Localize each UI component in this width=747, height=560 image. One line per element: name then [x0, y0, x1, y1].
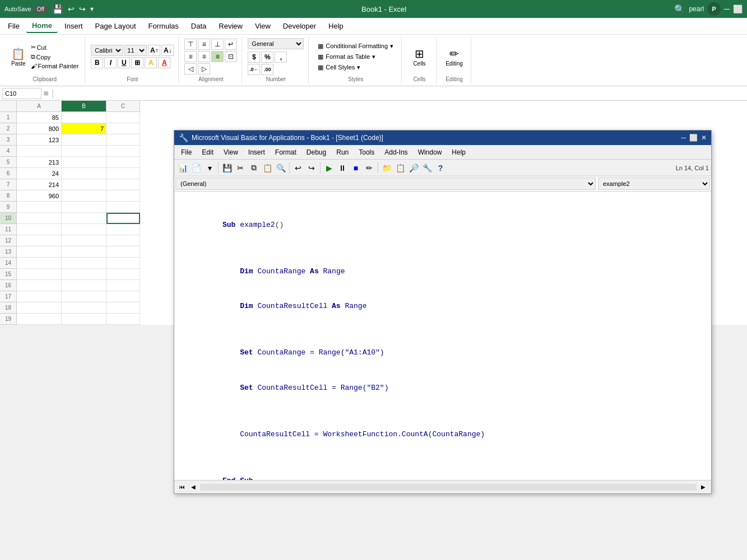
row-header-8[interactable]: 8 [0, 190, 17, 202]
font-size-select[interactable]: 11 [124, 45, 147, 56]
redo-icon[interactable]: ↪ [79, 4, 86, 13]
row-header-9[interactable]: 9 [0, 202, 17, 213]
vba-stop-button[interactable]: ■ [350, 162, 362, 174]
vba-menu-tools[interactable]: Tools [354, 147, 379, 157]
menu-page-layout[interactable]: Page Layout [90, 20, 142, 32]
cell-c17[interactable] [106, 291, 140, 302]
col-header-c[interactable]: C [106, 101, 140, 112]
vba-menu-run[interactable]: Run [332, 147, 353, 157]
cell-a2[interactable]: 800 [17, 123, 62, 134]
vba-menu-file[interactable]: File [177, 147, 196, 157]
vba-menu-addins[interactable]: Add-Ins [380, 147, 412, 157]
row-header-10[interactable]: 10 [0, 213, 17, 224]
row-header-15[interactable]: 15 [0, 269, 17, 280]
vba-design-mode-button[interactable]: ✏ [363, 162, 375, 174]
autosave-control[interactable]: AutoSave Off [4, 6, 48, 13]
menu-insert[interactable]: Insert [59, 20, 89, 32]
cell-c8[interactable] [106, 190, 140, 202]
vba-view-excel-button[interactable]: 📊 [177, 162, 189, 174]
vba-save-button[interactable]: 💾 [221, 162, 233, 174]
cell-a7[interactable]: 214 [17, 179, 62, 190]
italic-button[interactable]: I [104, 57, 117, 68]
vba-redo-button[interactable]: ↪ [305, 162, 318, 174]
cell-c4[interactable] [106, 146, 140, 157]
cell-reference-box[interactable] [2, 88, 41, 99]
menu-review[interactable]: Review [213, 20, 248, 32]
cut-button[interactable]: ✂Cut [29, 43, 81, 52]
cell-a8[interactable]: 960 [17, 190, 62, 202]
cell-c11[interactable] [106, 224, 140, 235]
vba-insert-dropdown-button[interactable]: ▾ [203, 162, 216, 174]
align-right-button[interactable]: ≡ [211, 51, 224, 62]
vba-close-icon[interactable]: ✕ [701, 134, 707, 142]
cell-c18[interactable] [106, 302, 140, 314]
avatar[interactable]: P [707, 2, 721, 16]
cell-a15[interactable] [17, 269, 62, 280]
align-top-button[interactable]: ⊤ [184, 39, 197, 50]
increase-indent-button[interactable]: ▷ [198, 63, 210, 74]
number-format-select[interactable]: General [248, 38, 304, 49]
search-icon[interactable]: 🔍 [674, 4, 685, 15]
cell-c13[interactable] [106, 246, 140, 258]
row-header-2[interactable]: 2 [0, 123, 17, 134]
vba-toolbox-button[interactable]: 🔧 [421, 162, 433, 174]
vba-horizontal-scrollbar[interactable] [200, 484, 697, 491]
row-header-16[interactable]: 16 [0, 280, 17, 291]
row-header-12[interactable]: 12 [0, 235, 17, 246]
cell-c7[interactable] [106, 179, 140, 190]
row-header-19[interactable]: 19 [0, 314, 17, 325]
menu-view[interactable]: View [249, 20, 276, 32]
quick-access-icon[interactable]: ▾ [90, 5, 94, 13]
vba-menu-edit[interactable]: Edit [197, 147, 218, 157]
cell-b3[interactable] [62, 134, 106, 146]
vba-object-dropdown[interactable]: (General) [175, 178, 596, 190]
cell-styles-button[interactable]: ▦ Cell Styles ▾ [314, 63, 397, 72]
vba-minimize-icon[interactable]: ─ [681, 134, 686, 142]
cell-a6[interactable]: 24 [17, 168, 62, 179]
fill-color-button[interactable]: A [145, 57, 157, 68]
cell-b12[interactable] [62, 235, 106, 246]
cell-a16[interactable] [17, 280, 62, 291]
cell-c12[interactable] [106, 235, 140, 246]
cell-a5[interactable]: 213 [17, 157, 62, 168]
wrap-text-button[interactable]: ↵ [225, 39, 237, 50]
currency-button[interactable]: $ [248, 52, 260, 63]
cell-b10[interactable] [62, 213, 106, 224]
cell-b6[interactable] [62, 168, 106, 179]
font-name-select[interactable]: Calibri [91, 45, 123, 56]
row-header-18[interactable]: 18 [0, 302, 17, 314]
formula-expand-button[interactable]: ⊞ [44, 90, 48, 96]
row-header-1[interactable]: 1 [0, 112, 17, 123]
cell-c6[interactable] [106, 168, 140, 179]
row-header-14[interactable]: 14 [0, 258, 17, 269]
decrease-indent-button[interactable]: ◁ [184, 63, 197, 74]
editing-button[interactable]: ✏ Editing [443, 46, 465, 68]
decrease-decimal-button[interactable]: .0← [248, 64, 260, 75]
cell-a14[interactable] [17, 258, 62, 269]
vba-scroll-left-most[interactable]: ⏮ [177, 482, 188, 493]
cell-a12[interactable] [17, 235, 62, 246]
bold-button[interactable]: B [91, 57, 103, 68]
vba-scroll-left[interactable]: ◀ [188, 482, 199, 493]
cell-c15[interactable] [106, 269, 140, 280]
window-restore-icon[interactable]: ⬜ [733, 4, 743, 13]
vba-undo-button[interactable]: ↩ [292, 162, 304, 174]
menu-data[interactable]: Data [185, 20, 212, 32]
increase-decimal-button[interactable]: .00 [261, 64, 273, 75]
cell-c14[interactable] [106, 258, 140, 269]
cell-a3[interactable]: 123 [17, 134, 62, 146]
cell-a1[interactable]: 85 [17, 112, 62, 123]
vba-cut-button[interactable]: ✂ [234, 162, 247, 174]
grow-font-button[interactable]: A↑ [148, 45, 160, 56]
row-header-5[interactable]: 5 [0, 157, 17, 168]
vba-menu-view[interactable]: View [219, 147, 243, 157]
vba-restore-icon[interactable]: ⬜ [689, 134, 698, 142]
col-header-a[interactable]: A [17, 101, 62, 112]
vba-procedure-dropdown[interactable]: example2 [598, 178, 710, 190]
cell-a18[interactable] [17, 302, 62, 314]
percent-button[interactable]: % [261, 52, 273, 63]
format-painter-button[interactable]: 🖌Format Painter [29, 62, 81, 70]
vba-menu-debug[interactable]: Debug [302, 147, 331, 157]
cell-b18[interactable] [62, 302, 106, 314]
menu-file[interactable]: File [2, 20, 25, 32]
